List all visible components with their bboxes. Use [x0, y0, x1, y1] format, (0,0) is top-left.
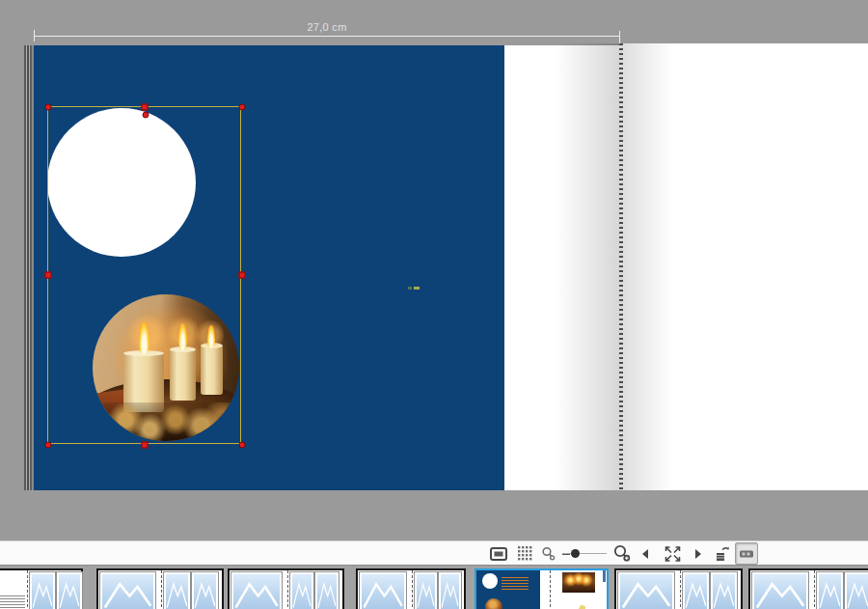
thumbnail-spread[interactable] — [0, 568, 83, 609]
thumbnail-orange-text — [502, 577, 529, 592]
page-fold-line — [619, 43, 623, 490]
thumbnail-pages — [0, 570, 81, 609]
image-placeholder — [711, 572, 737, 609]
thumbnail-fold-line — [161, 570, 162, 609]
image-placeholder — [231, 572, 282, 609]
thumbnail-fold-line — [27, 570, 28, 609]
zoom-slider-track[interactable] — [562, 553, 607, 554]
image-placeholder — [30, 572, 55, 609]
thumbnail-blue-strip — [603, 570, 606, 582]
selection-handle-bottom-center[interactable] — [142, 441, 149, 448]
selection-handle-middle-right[interactable] — [238, 272, 245, 279]
page-overview-grid-icon — [518, 546, 532, 561]
image-placeholder — [164, 572, 190, 609]
thumbnail-spread[interactable] — [614, 568, 743, 609]
selection-handle-bottom-right[interactable] — [238, 441, 245, 448]
selection-handle-bottom-left[interactable] — [44, 441, 51, 448]
thumbnail-fold-line — [412, 570, 413, 609]
spread-view-icon — [490, 547, 507, 561]
selection-frame[interactable] — [47, 106, 241, 444]
ruler-tick-right — [619, 31, 620, 44]
thumbnail-spread[interactable] — [356, 568, 466, 609]
left-page-white-area[interactable] — [504, 45, 620, 490]
thumbnail-fold-line — [550, 570, 551, 609]
thumbnail-candle-photo — [562, 572, 595, 593]
page-overview-button[interactable] — [513, 542, 536, 565]
image-placeholder — [315, 572, 339, 609]
image-placeholder — [415, 572, 437, 609]
zoom-selection-icon — [612, 544, 632, 563]
image-placeholder — [618, 572, 674, 609]
book-spine-pages-edge — [23, 45, 34, 490]
thumbnail-yellow-mark — [577, 604, 586, 609]
zoom-slider[interactable] — [562, 542, 609, 565]
thumbnail-fold-line — [814, 570, 815, 609]
image-placeholder — [845, 572, 868, 609]
thumbnail-spread[interactable] — [748, 568, 868, 609]
next-page-button[interactable] — [690, 542, 707, 565]
zoom-selection-button[interactable] — [610, 542, 634, 565]
next-page-icon — [694, 548, 702, 560]
image-placeholder — [360, 572, 406, 609]
thumbnail-spread[interactable] — [96, 568, 224, 609]
thumbnail-pages — [358, 570, 464, 609]
tiny-text-placeholder[interactable] — [408, 287, 420, 290]
selection-rotation-handle[interactable] — [142, 111, 149, 118]
zoom-fit-icon — [541, 546, 556, 562]
photo-bar-toggle-button[interactable] — [735, 542, 758, 565]
zoom-slider-knob[interactable] — [571, 549, 580, 558]
thumbnail-pages — [98, 570, 222, 609]
thumbnail-spread[interactable] — [228, 568, 344, 609]
thumbnail-pages — [750, 570, 868, 609]
thumbnail-white-circle — [482, 573, 498, 589]
image-placeholder — [752, 572, 808, 609]
thumbnail-fold-line — [287, 570, 288, 609]
fullscreen-preview-button[interactable] — [659, 542, 686, 565]
thumbnail-text-block — [0, 595, 25, 608]
fullscreen-preview-icon — [663, 544, 683, 564]
photo-bar-toggle-icon — [739, 548, 754, 560]
ruler-line — [34, 36, 620, 37]
right-page[interactable] — [623, 43, 868, 490]
ruler-width-label: 27,0 cm — [34, 21, 620, 33]
selection-handle-top-right[interactable] — [238, 103, 245, 110]
thumbnail-spread-current[interactable] — [475, 568, 609, 609]
zoom-fit-button[interactable] — [538, 542, 559, 565]
image-placeholder — [683, 572, 709, 609]
thumbnail-fold-line — [680, 570, 681, 609]
view-toolbar — [0, 540, 868, 565]
image-placeholder — [100, 572, 155, 609]
selection-handle-top-left[interactable] — [44, 103, 51, 110]
sort-pages-icon — [715, 545, 732, 562]
page-thumbnails-filmstrip — [0, 565, 868, 609]
image-placeholder — [192, 572, 218, 609]
image-placeholder — [817, 572, 843, 609]
thumbnail-pages — [476, 570, 607, 609]
thumbnail-blue-page — [476, 570, 540, 609]
spread-view-button[interactable] — [487, 542, 510, 565]
thumbnail-pages — [616, 570, 741, 609]
previous-page-icon — [641, 548, 649, 560]
selection-handle-middle-left[interactable] — [44, 272, 51, 279]
image-placeholder — [57, 572, 82, 609]
selection-handle-top-center[interactable] — [142, 103, 149, 110]
previous-page-button[interactable] — [637, 542, 654, 565]
image-placeholder — [439, 572, 461, 609]
thumbnail-pages — [230, 570, 342, 609]
sort-pages-button[interactable] — [713, 542, 734, 565]
photobook-editor: 27,0 cm — [0, 0, 868, 609]
image-placeholder — [290, 572, 313, 609]
thumbnail-candle-circle — [485, 598, 502, 609]
